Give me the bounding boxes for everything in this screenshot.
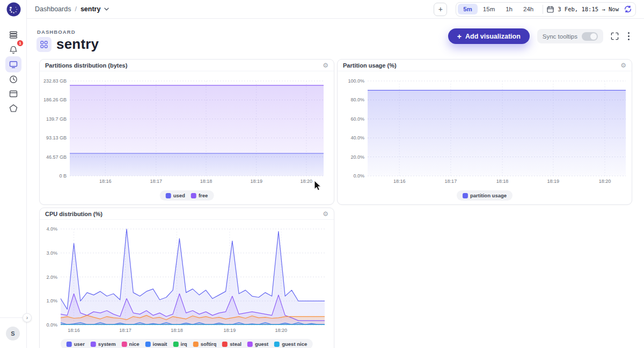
panel-partition-usage: Partition usage (%) ⚙ 100.0%80.0%60.0%40… [337,59,632,205]
kebab-dot [628,35,630,37]
sidebar-item-dashboards[interactable] [5,56,21,72]
breadcrumb-root[interactable]: Dashboards [35,5,71,13]
range-24h[interactable]: 24h [518,4,539,14]
date-range-text: 3 Feb, 18:15 → Now [558,6,619,12]
card-icon [9,89,18,99]
legend-item[interactable]: guest [247,341,268,347]
date-range-picker[interactable]: 3 Feb, 18:15 → Now [547,6,622,13]
legend-item[interactable]: partition usage [463,192,507,198]
server-stack-icon [9,30,18,40]
svg-text:18:17: 18:17 [150,179,163,184]
chart-legend: usersystemniceiowaitirqsoftirqstealguest… [61,339,313,348]
chart-area[interactable]: 4.0%3.0%2.0%1.0%0.0%18:1618:1718:1818:19… [40,220,334,348]
sidebar-item-reports[interactable] [5,86,21,102]
svg-text:40.0%: 40.0% [350,135,364,140]
svg-text:0.0%: 0.0% [353,173,364,179]
svg-text:139.7 GB: 139.7 GB [46,116,67,122]
legend-label: guest nice [282,341,307,347]
svg-text:93.13 GB: 93.13 GB [46,135,67,140]
legend-item[interactable]: guest nice [274,341,307,347]
svg-text:1.0%: 1.0% [46,298,57,303]
legend-item[interactable]: used [166,192,185,198]
range-1h[interactable]: 1h [500,4,518,14]
sidebar-item-history[interactable] [5,71,21,87]
legend-item[interactable]: user [67,341,85,347]
chart-canvas: 232.83 GB186.26 GB139.7 GB93.13 GB46.57 … [40,71,334,205]
gear-icon[interactable]: ⚙ [323,62,328,69]
legend-item[interactable]: softirq [193,341,217,347]
legend-item[interactable]: free [191,192,208,198]
svg-text:2.0%: 2.0% [46,275,57,280]
panel-header: Partition usage (%) ⚙ [338,60,632,71]
svg-text:18:16: 18:16 [393,179,406,184]
gear-icon[interactable]: ⚙ [323,211,328,217]
panel-header: Partitions distribution (bytes) ⚙ [40,60,334,71]
svg-text:18:17: 18:17 [119,328,131,333]
range-15m[interactable]: 15m [478,4,500,14]
svg-text:18:18: 18:18 [171,328,183,333]
legend-label: used [173,192,185,198]
svg-text:80.0%: 80.0% [350,97,364,102]
svg-text:18:19: 18:19 [547,179,560,184]
gear-icon[interactable]: ⚙ [620,62,626,69]
legend-item[interactable]: system [91,341,116,347]
legend-label: steal [230,341,241,347]
legend-label: irq [181,341,187,347]
legend-item[interactable]: iowait [145,341,167,347]
legend-label: softirq [201,341,217,347]
legend-label: iowait [153,341,167,347]
legend-item[interactable]: irq [173,341,187,347]
page-title: sentry [56,36,99,53]
range-5m[interactable]: 5m [458,4,478,14]
panel-title: Partition usage (%) [343,62,397,69]
panel-title: Partitions distribution (bytes) [45,62,127,69]
svg-text:18:20: 18:20 [275,328,288,333]
time-range-group: 5m 15m 1h 24h 3 Feb, 18:15 → Now [456,2,636,17]
svg-text:18:20: 18:20 [301,179,313,184]
sidebar-item-integrations[interactable] [5,100,21,116]
svg-text:18:16: 18:16 [99,179,112,184]
fullscreen-button[interactable] [611,32,619,40]
chart-canvas: 4.0%3.0%2.0%1.0%0.0%18:1618:1718:1818:19… [40,220,334,348]
svg-text:18:16: 18:16 [68,328,80,333]
panel-title: CPU distribution (%) [45,211,103,217]
legend-item[interactable]: nice [122,341,140,347]
svg-text:18:19: 18:19 [224,328,236,333]
legend-label: free [199,192,208,198]
breadcrumb-current[interactable]: sentry [80,5,101,13]
user-avatar[interactable]: S [6,327,20,340]
chevron-down-icon[interactable] [104,8,109,11]
chart-area[interactable]: 232.83 GB186.26 GB139.7 GB93.13 GB46.57 … [40,71,334,205]
svg-text:0.0%: 0.0% [46,322,57,328]
refresh-icon[interactable] [624,5,632,13]
legend-swatch [247,342,253,347]
panel-partitions-distribution: Partitions distribution (bytes) ⚙ 232.83… [39,59,334,205]
panel-cpu-distribution: CPU distribution (%) ⚙ 4.0%3.0%2.0%1.0%0… [39,208,334,348]
chart-legend: partition usage [457,190,513,201]
add-panel-button[interactable]: + [434,3,447,16]
add-visualization-button[interactable]: + Add visualization [448,28,530,44]
toggle-knob [590,33,597,40]
svg-text:20.0%: 20.0% [350,154,364,160]
legend-label: guest [255,341,268,347]
legend-swatch [91,342,96,347]
legend-item[interactable]: steal [222,341,241,347]
svg-text:3.0%: 3.0% [46,250,57,256]
svg-text:18:17: 18:17 [445,179,457,184]
chart-canvas: 100.0%80.0%60.0%40.0%20.0%0.0%18:1618:17… [338,71,632,205]
sync-tooltips-toggle[interactable] [582,32,598,41]
sidebar-expand-button[interactable]: › [23,313,32,322]
legend-swatch [67,342,72,347]
chart-area[interactable]: 100.0%80.0%60.0%40.0%20.0%0.0%18:1618:17… [338,71,632,205]
more-options-button[interactable] [626,31,631,42]
kebab-dot [628,39,630,40]
app-logo[interactable] [6,2,21,19]
sidebar-item-alerts[interactable]: 1 [5,42,21,58]
svg-text:186.26 GB: 186.26 GB [43,97,67,102]
legend-swatch [173,342,179,347]
svg-text:46.57 GB: 46.57 GB [46,154,67,160]
svg-text:18:18: 18:18 [496,179,509,184]
legend-swatch [166,193,171,198]
svg-text:0 B: 0 B [59,173,67,179]
legend-label: nice [129,341,140,347]
